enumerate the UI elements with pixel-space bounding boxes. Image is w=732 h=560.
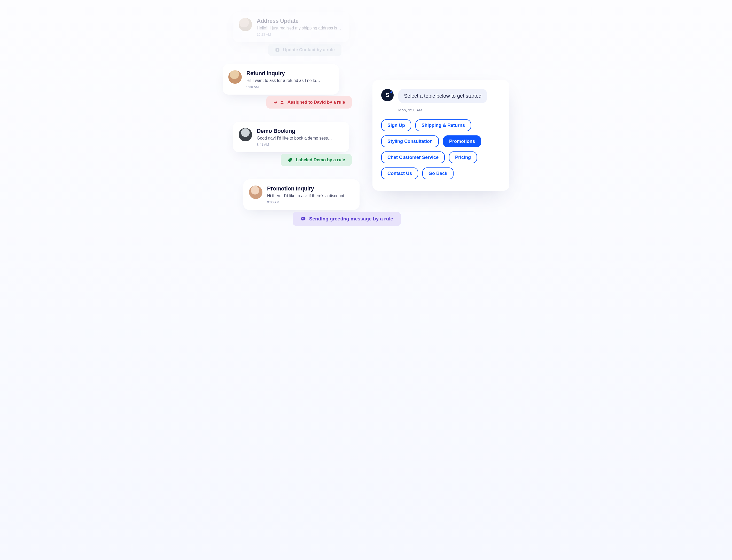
topic-option[interactable]: Go Back [422, 167, 453, 179]
conversation-time: 8:41 AM [257, 143, 342, 147]
topic-option[interactable]: Styling Consultation [381, 135, 439, 147]
rule-badge-greeting: Sending greeting message by a rule [293, 212, 401, 226]
conversation-card[interactable]: Refund Inquiry Hi! I want to ask for a r… [223, 64, 339, 95]
conversation-title: Address Update [257, 18, 342, 24]
topic-option[interactable]: Shipping & Returns [415, 119, 471, 131]
chat-bubble-icon [301, 216, 306, 222]
conversation-card[interactable]: Demo Booking Good day! I'd like to book … [233, 122, 349, 152]
topic-options: Sign UpShipping & ReturnsStyling Consult… [381, 119, 500, 179]
contact-card-icon [275, 47, 280, 52]
prompt-text: Select a topic below to get started [404, 93, 481, 99]
topic-option[interactable]: Sign Up [381, 119, 411, 131]
conversation-title: Refund Inquiry [247, 70, 331, 77]
topic-option[interactable]: Chat Customer Service [381, 151, 445, 163]
brand-avatar: S [381, 89, 393, 101]
prompt-bubble: Select a topic below to get started [398, 89, 487, 103]
rule-badge-label: Update Contact by a rule [283, 47, 335, 52]
conversation-card[interactable]: Promotion Inquiry Hi there! I'd like to … [243, 179, 360, 210]
brand-letter: S [385, 92, 389, 98]
arrow-right-icon [273, 100, 278, 105]
rule-badge-label: Assigned to David by a rule [288, 100, 345, 105]
topic-option[interactable]: Contact Us [381, 167, 418, 179]
conversation-snippet: Hi there! I'd like to ask if there's a d… [267, 194, 352, 198]
rule-badge-update-contact: Update Contact by a rule [268, 44, 342, 56]
topic-option[interactable]: Pricing [449, 151, 477, 163]
conversation-snippet: Hi! I want to ask for a refund as I no l… [247, 78, 331, 83]
conversation-card[interactable]: Address Update Hello!! I just realised m… [233, 12, 349, 42]
conversation-snippet: Good day! I'd like to book a demo sess… [257, 136, 342, 141]
svg-point-5 [303, 218, 304, 219]
prompt-timestamp: Mon, 9:30 AM [398, 108, 500, 112]
conversation-snippet: Hello!! I just realised my shipping addr… [257, 26, 342, 30]
conversation-time: 9:00 AM [267, 200, 352, 204]
svg-point-3 [291, 159, 292, 159]
avatar [249, 186, 263, 199]
svg-point-4 [302, 218, 303, 219]
avatar [239, 128, 252, 141]
conversation-list: Address Update Hello!! I just realised m… [223, 12, 388, 237]
conversation-title: Demo Booking [257, 128, 342, 134]
svg-point-6 [304, 218, 304, 219]
rule-badge-assigned: Assigned to David by a rule [266, 96, 352, 109]
avatar [239, 18, 252, 31]
rule-badge-label: Labeled Demo by a rule [296, 157, 345, 163]
topic-option[interactable]: Promotions [443, 135, 481, 147]
tag-icon [288, 157, 293, 163]
conversation-time: 9:30 AM [247, 85, 331, 89]
conversation-time: 10:23 AM [257, 33, 342, 36]
svg-point-1 [277, 49, 278, 50]
rule-badge-labeled: Labeled Demo by a rule [281, 154, 352, 166]
person-icon [280, 100, 285, 105]
svg-point-2 [281, 101, 283, 102]
avatar [228, 70, 242, 84]
rule-badge-label: Sending greeting message by a rule [309, 216, 393, 222]
topic-selector-card: S Select a topic below to get started Mo… [372, 80, 509, 191]
conversation-title: Promotion Inquiry [267, 186, 352, 192]
